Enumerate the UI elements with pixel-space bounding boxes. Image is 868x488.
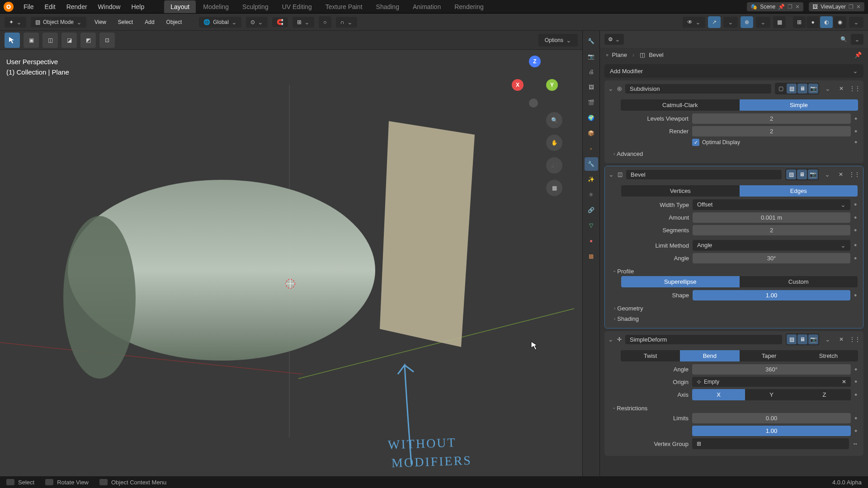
dot-icon[interactable]: • (854, 428, 858, 434)
perspective-icon[interactable]: ▦ (546, 180, 562, 196)
mod-realtime-icon[interactable]: 🖥 (797, 84, 807, 94)
tab-output-icon[interactable]: 🖨 (585, 65, 598, 79)
header-add[interactable]: Add (141, 17, 158, 27)
mod-drag-icon[interactable]: ⋮⋮ (850, 84, 860, 94)
tab-texture-icon[interactable]: ▩ (585, 249, 598, 263)
dot-icon[interactable]: • (854, 367, 858, 372)
axis-x[interactable]: X (692, 389, 745, 400)
tab-render-icon[interactable]: 📷 (585, 50, 598, 63)
tab-sculpting[interactable]: Sculpting (236, 0, 275, 13)
mod-render-icon[interactable]: 📷 (808, 84, 818, 94)
clear-icon[interactable]: ✕ (842, 379, 846, 385)
gizmo-y-axis[interactable]: Y (546, 79, 558, 91)
tab-shading[interactable]: Shading (370, 0, 406, 13)
tab-collection-icon[interactable]: 📦 (585, 127, 598, 140)
dot-icon[interactable]: • (854, 243, 858, 248)
dot-icon[interactable]: • (854, 215, 858, 221)
dot-icon[interactable]: • (854, 392, 858, 398)
subdivision-catmull[interactable]: Catmull-Clark (621, 99, 740, 111)
delete-layer-icon[interactable]: ✕ (856, 4, 861, 10)
dot-icon[interactable]: • (854, 202, 858, 207)
advanced-section[interactable]: ›Advanced (610, 148, 858, 159)
proportional-falloff[interactable]: ∩ (336, 17, 357, 28)
shading-rendered[interactable]: ◉ (834, 16, 846, 28)
dot-icon[interactable]: • (854, 129, 858, 134)
mod-drag-icon[interactable]: ⋮⋮ (849, 169, 859, 179)
dot-icon[interactable]: • (854, 256, 858, 261)
snap-target-dropdown[interactable]: ⊞ (292, 17, 314, 28)
shading-material[interactable]: ◐ (820, 16, 833, 28)
vertex-group-field[interactable]: ⊞ (692, 438, 849, 449)
props-editor-type[interactable]: ⚙ (604, 34, 624, 45)
restrictions-section[interactable]: ›Restrictions (610, 403, 858, 413)
viewlayer-selector[interactable]: 🖼 ViewLayer ❐ ✕ (809, 2, 864, 11)
axis-y[interactable]: Y (745, 389, 798, 400)
menu-render[interactable]: Render (62, 1, 92, 12)
profile-superellipse[interactable]: Superellipse (621, 276, 740, 287)
tab-rendering[interactable]: Rendering (448, 0, 490, 13)
mod-delete-icon[interactable]: ✕ (836, 169, 846, 179)
segments-value[interactable]: 2 (693, 225, 850, 235)
limit-high-value[interactable]: 1.00 (692, 426, 851, 436)
gizmo-neg-axis[interactable] (529, 99, 538, 108)
gizmo-dropdown[interactable] (723, 17, 738, 28)
xray-toggle[interactable]: ▦ (773, 16, 786, 28)
collapse-icon[interactable] (608, 85, 613, 92)
mod-editmode-icon[interactable]: ▤ (787, 84, 797, 94)
copy-layer-icon[interactable]: ❐ (849, 4, 854, 10)
deform-bend[interactable]: Bend (680, 350, 739, 361)
tab-object-icon[interactable]: ▫ (585, 142, 598, 155)
tab-world-icon[interactable]: 🌍 (585, 111, 598, 125)
origin-object-field[interactable]: ⊹ Empty ✕ (692, 377, 851, 387)
zoom-icon[interactable]: 🔍 (546, 112, 562, 128)
deform-angle-value[interactable]: 360° (692, 364, 851, 375)
mod-cage-icon[interactable]: ▢ (776, 84, 786, 94)
blender-logo-icon[interactable] (4, 2, 14, 12)
overlay-dropdown[interactable] (756, 17, 770, 28)
deform-taper[interactable]: Taper (740, 350, 799, 361)
menu-edit[interactable]: Edit (40, 1, 60, 12)
mod-realtime-icon[interactable]: 🖥 (797, 334, 807, 344)
tab-uv-editing[interactable]: UV Editing (276, 0, 318, 13)
tab-modifiers-icon[interactable]: 🔧 (585, 157, 598, 171)
tab-particles-icon[interactable]: ✨ (585, 173, 598, 186)
props-options[interactable] (851, 34, 863, 45)
limit-low-value[interactable]: 0.00 (692, 413, 851, 423)
render-levels-value[interactable]: 2 (692, 126, 851, 136)
shading-wireframe[interactable]: ⊞ (793, 16, 806, 28)
menu-file[interactable]: File (19, 1, 38, 12)
mod-realtime-icon[interactable]: 🖥 (797, 169, 807, 179)
deform-twist[interactable]: Twist (621, 350, 680, 361)
tab-scene-icon[interactable]: 🎬 (585, 96, 598, 109)
orientation-dropdown[interactable]: 🌐 Global (199, 17, 241, 28)
gizmo-toggle[interactable]: ↗ (708, 16, 721, 28)
dot-icon[interactable]: • (854, 379, 858, 385)
vg-invert-icon[interactable]: ↔ (853, 441, 858, 447)
dot-icon[interactable]: • (854, 140, 858, 145)
mod-editmode-icon[interactable]: ▤ (786, 169, 796, 179)
mod-drag-icon[interactable]: ⋮⋮ (850, 334, 860, 344)
overlay-toggle[interactable]: ⊕ (741, 16, 753, 28)
tab-physics-icon[interactable]: ⚛ (585, 188, 598, 202)
pin-icon[interactable]: 📌 (778, 4, 785, 10)
bevel-vertices[interactable]: Vertices (621, 185, 740, 197)
amount-value[interactable]: 0.001 m (693, 212, 850, 223)
shading-options[interactable] (849, 17, 863, 28)
mod-delete-icon[interactable]: ✕ (836, 84, 846, 94)
modifier-name-field[interactable]: Subdivision (625, 84, 771, 94)
shading-solid[interactable]: ● (807, 16, 819, 28)
tab-constraints-icon[interactable]: 🔗 (585, 203, 598, 217)
collapse-icon[interactable] (608, 336, 613, 343)
tab-material-icon[interactable]: ● (585, 234, 598, 248)
dot-icon[interactable]: • (854, 116, 858, 122)
modifier-header[interactable]: ✢ SimpleDeform ▤ 🖥 📷 ✕ ⋮⋮ (604, 331, 863, 347)
header-view[interactable]: View (91, 17, 110, 27)
modifier-header[interactable]: ◫ Bevel ▤ 🖥 📷 ✕ ⋮⋮ (605, 166, 863, 183)
levels-viewport-value[interactable]: 2 (692, 113, 851, 124)
tab-tool-icon[interactable]: 🔧 (585, 34, 598, 48)
angle-value[interactable]: 30° (693, 253, 850, 263)
mode-dropdown[interactable]: ▧ Object Mode (31, 17, 86, 28)
mod-dropdown-icon[interactable] (823, 84, 833, 94)
tab-texture-paint[interactable]: Texture Paint (319, 0, 369, 13)
pivot-dropdown[interactable]: ⊙ (246, 17, 268, 28)
